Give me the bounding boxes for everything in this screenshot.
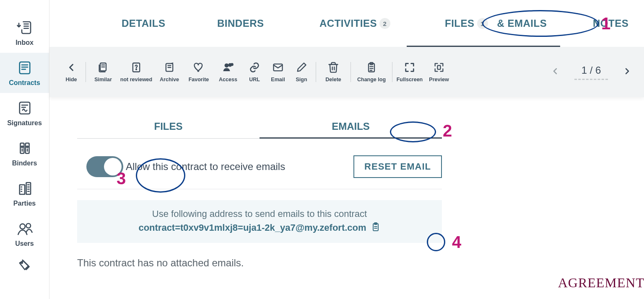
sidebar-item-contracts[interactable]: Contracts xyxy=(0,53,49,93)
pager: 1 / 6 xyxy=(548,64,634,80)
heart-icon xyxy=(193,62,205,73)
subtab-files[interactable]: FILES xyxy=(77,114,260,138)
sidebar-item-label: Parties xyxy=(13,200,36,207)
reset-email-button[interactable]: RESET EMAIL xyxy=(353,155,442,178)
activities-badge: 2 xyxy=(379,18,390,29)
tool-label: Sign xyxy=(296,77,307,82)
tab-notes[interactable]: NOTES xyxy=(593,18,628,29)
sidebar-item-signatures[interactable]: Signatures xyxy=(0,93,49,133)
tool-label: Preview xyxy=(429,77,449,82)
email-button[interactable]: Email xyxy=(266,62,290,82)
clipboard-icon xyxy=(366,62,377,73)
parties-icon xyxy=(15,180,35,197)
tool-label: not reviewed xyxy=(120,77,152,82)
svg-point-13 xyxy=(225,64,228,67)
subtab-emails[interactable]: EMAILS xyxy=(260,114,442,138)
tool-label: Change log xyxy=(357,77,386,82)
toolbar-separator xyxy=(86,62,86,82)
toolbar: Hide Similar not reviewed Archive Favori… xyxy=(49,47,644,97)
svg-point-6 xyxy=(20,224,25,229)
files-badge: 1 xyxy=(477,18,488,29)
binders-icon xyxy=(15,139,35,157)
svg-point-7 xyxy=(26,224,31,228)
url-button[interactable]: URL xyxy=(243,62,266,82)
svg-point-2 xyxy=(21,146,23,148)
chevron-left-icon xyxy=(65,62,77,73)
tab-binders[interactable]: BINDERS xyxy=(217,18,264,29)
similar-icon xyxy=(97,62,109,73)
tool-label: Email xyxy=(271,77,285,82)
sidebar-item-label: Inbox xyxy=(16,39,34,46)
preview-icon xyxy=(433,62,445,73)
archive-button[interactable]: Archive xyxy=(155,62,184,82)
no-emails-text: This contract has no attached emails. xyxy=(77,257,619,269)
access-button[interactable]: 1 Access xyxy=(213,62,243,82)
link-icon xyxy=(249,62,260,73)
favorite-button[interactable]: Favorite xyxy=(184,62,213,82)
tab-activities-label: ACTIVITIES xyxy=(319,18,377,29)
archive-icon xyxy=(164,62,175,73)
copy-email-button[interactable] xyxy=(371,222,381,234)
email-address-box: Use following address to send emails to … xyxy=(77,200,442,243)
sidebar-item-tags[interactable] xyxy=(0,254,49,281)
main-area: DETAILS BINDERS ACTIVITIES 2 FILES 1 & E… xyxy=(49,0,644,299)
contract-email-address: contract=t0xv9v1mlxj8=uja1-2k_ya7@my.zef… xyxy=(138,222,366,233)
trash-icon xyxy=(327,62,339,73)
svg-rect-1 xyxy=(25,143,29,154)
tab-activities[interactable]: ACTIVITIES 2 xyxy=(319,18,390,29)
tool-label: Hide xyxy=(65,77,77,82)
toggle-knob xyxy=(104,158,122,175)
email-instruction: Use following address to send emails to … xyxy=(86,209,434,219)
sidebar-item-inbox[interactable]: Inbox xyxy=(0,13,49,53)
clipboard-copy-icon xyxy=(371,222,381,232)
tool-label: URL xyxy=(249,77,260,82)
delete-button[interactable]: Delete xyxy=(319,62,348,82)
tool-label: Access xyxy=(219,77,237,82)
not-reviewed-button[interactable]: not reviewed xyxy=(118,62,155,82)
preview-button[interactable]: Preview xyxy=(424,62,454,82)
question-doc-icon xyxy=(130,62,142,73)
tab-files-label: FILES xyxy=(445,18,475,29)
fullscreen-button[interactable]: Fullscreen xyxy=(395,62,424,82)
sidebar-item-parties[interactable]: Parties xyxy=(0,173,49,214)
sign-button[interactable]: Sign xyxy=(290,62,313,82)
tool-label: Archive xyxy=(160,77,179,82)
inbox-icon xyxy=(15,19,35,36)
tab-details[interactable]: DETAILS xyxy=(122,18,165,29)
allow-emails-label: Allow this contract to receive emails xyxy=(126,161,285,173)
users-icon xyxy=(15,220,35,237)
svg-rect-22 xyxy=(438,65,441,69)
allow-emails-row: Allow this contract to receive emails RE… xyxy=(77,155,442,189)
tab-files-emails[interactable]: FILES 1 & EMAILS xyxy=(445,18,547,29)
tool-label: Favorite xyxy=(189,77,209,82)
sidebar-item-label: Binders xyxy=(12,160,37,167)
sidebar: Inbox Contracts Signatures Binders P xyxy=(0,0,49,299)
chevron-left-icon xyxy=(550,66,560,76)
toolbar-separator xyxy=(392,62,392,82)
pen-icon xyxy=(296,62,307,73)
pager-text: 1 / 6 xyxy=(574,64,608,80)
sidebar-item-label: Contracts xyxy=(9,79,40,87)
tool-label: Similar xyxy=(94,77,112,82)
allow-emails-toggle[interactable] xyxy=(86,156,123,177)
tags-icon xyxy=(15,257,35,275)
hide-button[interactable]: Hide xyxy=(60,62,83,82)
pager-next[interactable] xyxy=(621,64,634,80)
svg-rect-0 xyxy=(20,143,24,154)
envelope-icon xyxy=(272,62,284,73)
document-preview-title: AGREEMENT xyxy=(558,275,644,291)
sidebar-item-label: Users xyxy=(15,240,34,247)
chevron-right-icon xyxy=(622,66,632,76)
pager-prev[interactable] xyxy=(548,64,562,80)
tab-emails-suffix: & EMAILS xyxy=(497,18,547,29)
toolbar-separator xyxy=(316,62,316,82)
content-area: FILES EMAILS Allow this contract to rece… xyxy=(49,97,644,299)
fullscreen-icon xyxy=(404,62,415,73)
tool-label: Delete xyxy=(325,77,341,82)
svg-text:1: 1 xyxy=(231,63,233,66)
change-log-button[interactable]: Change log xyxy=(353,62,390,82)
sidebar-item-binders[interactable]: Binders xyxy=(0,133,49,173)
sidebar-item-users[interactable]: Users xyxy=(0,214,49,254)
similar-button[interactable]: Similar xyxy=(88,62,118,82)
subtabs: FILES EMAILS xyxy=(77,114,442,139)
